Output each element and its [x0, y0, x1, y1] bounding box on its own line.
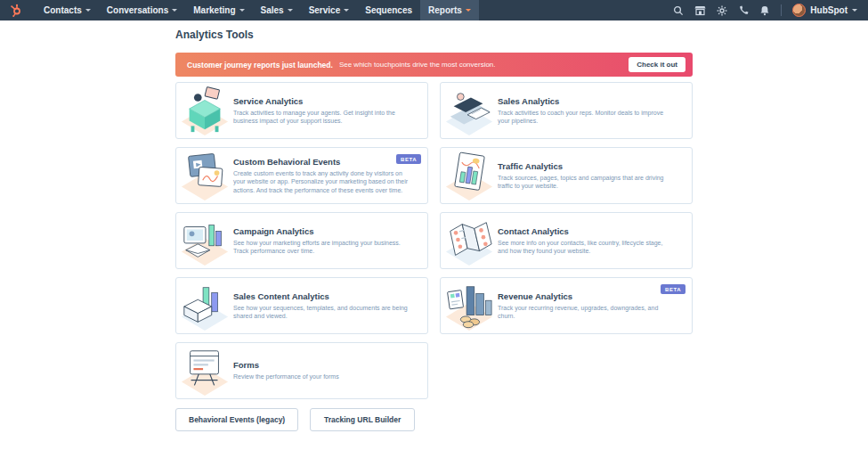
nav-item-label: Reports — [428, 5, 462, 15]
chevron-down-icon — [466, 9, 471, 12]
chevron-down-icon — [852, 9, 857, 12]
check-it-out-button[interactable]: Check it out — [629, 57, 685, 72]
card-description: Track sources, pages, topics and campaig… — [498, 174, 674, 191]
contact-list-illustration — [441, 216, 498, 266]
nav-item-conversations[interactable]: Conversations — [99, 0, 185, 20]
avatar — [792, 4, 806, 17]
card-title: Service Analytics — [233, 96, 410, 106]
forms-window-illustration — [176, 346, 233, 396]
settings-icon[interactable] — [717, 5, 727, 16]
revenue-coins-illustration — [441, 281, 498, 331]
nav-item-label: Marketing — [193, 5, 235, 15]
browser-windows-illustration — [176, 151, 233, 200]
card-custom-behavioral-events[interactable]: BETA Custom Behavioral Events Create cus… — [175, 147, 428, 204]
chevron-down-icon — [239, 9, 245, 12]
card-description: Track activities to manage your agents. … — [233, 109, 410, 126]
card-title: Revenue Analytics — [498, 291, 674, 301]
chevron-down-icon — [172, 9, 177, 12]
card-description: See how your marketing efforts are impac… — [233, 239, 410, 256]
nav-item-marketing[interactable]: Marketing — [185, 0, 252, 20]
calling-icon[interactable] — [738, 5, 749, 16]
card-forms[interactable]: Forms Review the performance of your for… — [175, 342, 428, 399]
chevron-down-icon — [85, 9, 91, 12]
card-title: Campaign Analytics — [233, 226, 410, 236]
chart-page-illustration — [441, 151, 498, 200]
banner-subtitle: See which touchpoints drive the most con… — [339, 61, 496, 69]
hubspot-logo[interactable] — [9, 4, 23, 18]
nav-item-sequences[interactable]: Sequences — [357, 0, 420, 20]
card-campaign-analytics[interactable]: Campaign Analytics See how your marketin… — [175, 212, 428, 269]
account-menu[interactable]: HubSpot — [792, 4, 857, 17]
page-content: Analytics Tools Customer journey reports… — [175, 29, 693, 431]
page-title: Analytics Tools — [175, 29, 693, 41]
main-nav: Contacts Conversations Marketing Sales S… — [36, 0, 479, 20]
sales-desk-illustration — [441, 86, 498, 135]
notifications-icon[interactable] — [759, 5, 770, 16]
card-description: Review the performance of your forms — [233, 372, 410, 381]
card-traffic-analytics[interactable]: Traffic Analytics Track sources, pages, … — [440, 147, 693, 204]
beta-badge: BETA — [396, 154, 421, 164]
account-name: HubSpot — [810, 5, 848, 15]
card-text: Forms Review the performance of your for… — [233, 360, 415, 381]
top-navbar: Contacts Conversations Marketing Sales S… — [0, 0, 868, 20]
nav-item-sales[interactable]: Sales — [253, 0, 301, 20]
nav-item-contacts[interactable]: Contacts — [36, 0, 99, 20]
card-text: Revenue Analytics Track your recurring r… — [498, 291, 679, 321]
card-text: Custom Behavioral Events Create custom e… — [233, 157, 415, 195]
card-title: Sales Content Analytics — [233, 291, 410, 301]
analytics-cards-grid: Service Analytics Track activities to ma… — [175, 82, 693, 399]
card-text: Traffic Analytics Track sources, pages, … — [498, 161, 679, 191]
nav-item-label: Contacts — [44, 5, 82, 15]
divider — [781, 4, 782, 16]
card-description: Create custom events to track any activi… — [233, 169, 410, 195]
promo-banner: Customer journey reports just launched. … — [175, 53, 693, 77]
card-text: Contact Analytics See more info on your … — [498, 226, 679, 256]
service-desk-illustration — [176, 86, 233, 135]
card-sales-analytics[interactable]: Sales Analytics Track activities to coac… — [440, 82, 693, 139]
card-service-analytics[interactable]: Service Analytics Track activities to ma… — [175, 82, 428, 139]
footer-buttons: Behavioral Events (legacy) Tracking URL … — [175, 408, 693, 431]
card-text: Campaign Analytics See how your marketin… — [233, 226, 415, 256]
card-text: Sales Content Analytics See how your seq… — [233, 291, 415, 321]
card-contact-analytics[interactable]: Contact Analytics See more info on your … — [440, 212, 693, 269]
banner-title: Customer journey reports just launched. — [187, 61, 333, 70]
content-bars-illustration — [176, 281, 233, 331]
card-text: Service Analytics Track activities to ma… — [233, 96, 415, 126]
behavioral-events-legacy-button[interactable]: Behavioral Events (legacy) — [175, 408, 298, 431]
card-title: Forms — [233, 360, 410, 370]
card-revenue-analytics[interactable]: BETA — [440, 277, 693, 334]
card-text: Sales Analytics Track activities to coac… — [498, 96, 679, 126]
card-title: Traffic Analytics — [498, 161, 674, 171]
tracking-url-builder-button[interactable]: Tracking URL Builder — [310, 408, 415, 431]
chevron-down-icon — [344, 9, 349, 12]
card-title: Contact Analytics — [498, 226, 674, 236]
nav-item-label: Service — [309, 5, 341, 15]
nav-item-label: Sequences — [365, 5, 412, 15]
card-description: See more info on your contacts, like cou… — [498, 239, 674, 256]
monitor-chart-illustration — [176, 216, 233, 266]
card-sales-content-analytics[interactable]: Sales Content Analytics See how your seq… — [175, 277, 428, 334]
search-icon[interactable] — [673, 5, 684, 16]
card-description: See how your sequences, templates, and d… — [233, 304, 410, 321]
card-title: Custom Behavioral Events — [233, 157, 410, 167]
card-description: Track activities to coach your reps. Mon… — [498, 109, 674, 126]
card-description: Track your recurring revenue, upgrades, … — [498, 304, 674, 321]
nav-item-service[interactable]: Service — [301, 0, 358, 20]
nav-item-label: Conversations — [107, 5, 168, 15]
chevron-down-icon — [288, 9, 293, 12]
beta-badge: BETA — [661, 284, 685, 294]
marketplace-icon[interactable] — [694, 5, 706, 16]
nav-item-reports[interactable]: Reports — [420, 0, 479, 20]
card-title: Sales Analytics — [498, 96, 674, 106]
nav-item-label: Sales — [261, 5, 284, 15]
navbar-tools: HubSpot — [673, 4, 857, 17]
